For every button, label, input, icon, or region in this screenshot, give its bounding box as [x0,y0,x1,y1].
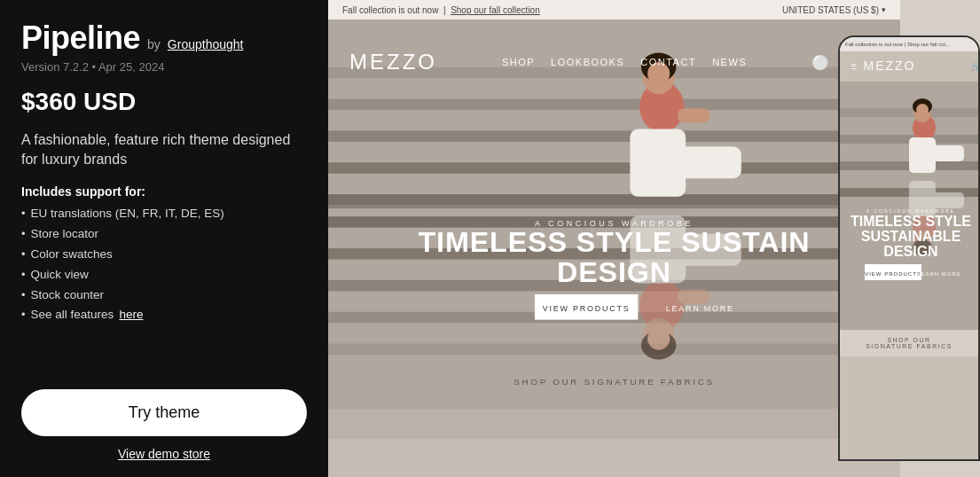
svg-text:TIMELESS STYLE SUSTAIN: TIMELESS STYLE SUSTAIN [419,226,811,258]
svg-rect-11 [328,343,900,355]
svg-rect-6 [328,206,900,209]
version-info: Version 7.2.2 • Apr 25, 2024 [21,60,307,74]
list-item: Stock counter [21,285,307,306]
svg-text:LEARN MORE: LEARN MORE [917,271,961,277]
svg-text:VIEW PRODUCTS: VIEW PRODUCTS [865,271,921,277]
svg-rect-52 [929,192,964,208]
author-link[interactable]: Groupthought [168,37,244,51]
see-all-features-item: See all features here [21,305,307,325]
announcement-right: UNITED STATES (US $) ▾ [782,5,886,15]
see-all-text: See all features [31,305,114,325]
theme-title: Pipeline [21,20,140,57]
mobile-announcement-text: Fall collection is out now | Shop our fa… [845,42,952,47]
svg-rect-25 [678,290,710,304]
see-all-link[interactable]: here [119,305,143,325]
hero-area: MEZZO SHOP LOOKBOOKS CONTACT NEWS ⚪ ⚲ ⛆ [328,20,900,477]
svg-point-45 [916,104,929,116]
svg-rect-4 [328,162,900,174]
svg-text:🛒: 🛒 [971,60,978,72]
theme-title-row: Pipeline by Groupthought [21,20,307,57]
svg-point-22 [647,328,670,350]
svg-text:LEARN MORE: LEARN MORE [666,304,734,313]
svg-text:MEZZO: MEZZO [864,59,916,73]
list-item: Color swatches [21,245,307,265]
svg-rect-17 [670,146,741,178]
svg-rect-5 [328,194,900,206]
mobile-hero-svg: A CONCIOUS WARDROBE TIMELESS STYLE SUSTA… [840,82,978,330]
features-heading: Includes support for: [21,184,307,199]
svg-text:DESIGN: DESIGN [557,256,671,288]
svg-text:TIMELESS STYLE: TIMELESS STYLE [851,214,971,229]
svg-text:VIEW PRODUCTS: VIEW PRODUCTS [543,304,631,313]
svg-rect-47 [929,145,964,161]
mobile-bottom-text: SHOP OUR [847,337,971,343]
price: $360 USD [21,88,307,116]
mobile-nav-svg: ☰ MEZZO 🛒 [840,51,978,78]
try-theme-button[interactable]: Try theme [21,389,307,436]
announcement-left: Fall collection is out now | Shop our fa… [342,5,540,15]
nav-link-contact[interactable]: CONTACT [640,57,696,67]
features-section: Includes support for: EU translations (E… [21,184,307,326]
tagline: A fashionable, feature rich theme design… [21,130,307,170]
svg-text:SUSTAINABLE: SUSTAINABLE [861,229,961,244]
nav-link-lookbooks[interactable]: LOOKBOOKS [551,57,624,67]
nav-link-news[interactable]: NEWS [712,57,747,67]
svg-text:☰: ☰ [851,63,857,71]
mobile-inner: Fall collection is out now | Shop our fa… [840,37,978,459]
list-item: Quick view [21,265,307,285]
svg-rect-2 [328,99,900,111]
mobile-announcement-bar: Fall collection is out now | Shop our fa… [840,37,978,51]
mobile-bottom-section: SHOP OUR SIGNATURE FABRICS [840,330,978,356]
list-item: Store locator [21,224,307,245]
view-demo-link[interactable]: View demo store [21,447,307,461]
account-icon[interactable]: ⚪ [811,54,829,71]
mobile-hero: A CONCIOUS WARDROBE TIMELESS STYLE SUSTA… [840,82,978,330]
right-panel: Fall collection is out now | Shop our fa… [328,0,980,477]
announcement-bar: Fall collection is out now | Shop our fa… [328,0,900,20]
features-list: EU translations (EN, FR, IT, DE, ES) Sto… [21,204,307,326]
nav-link-shop[interactable]: SHOP [502,57,535,67]
by-label: by [147,37,161,51]
nav-links: SHOP LOOKBOOKS CONTACT NEWS [502,57,747,67]
svg-rect-3 [328,130,900,142]
nav-logo: MEZZO [349,50,437,74]
mobile-bottom-text-2: SIGNATURE FABRICS [847,343,971,349]
svg-rect-38 [840,108,978,117]
desktop-mockup: Fall collection is out now | Shop our fa… [328,0,900,477]
list-item: EU translations (EN, FR, IT, DE, ES) [21,204,307,224]
svg-text:DESIGN: DESIGN [883,244,937,259]
left-panel: Pipeline by Groupthought Version 7.2.2 •… [0,0,328,477]
svg-text:SHOP OUR SIGNATURE FABRICS: SHOP OUR SIGNATURE FABRICS [514,377,715,387]
desktop-nav: MEZZO SHOP LOOKBOOKS CONTACT NEWS ⚪ ⚲ ⛆ [328,41,900,83]
mobile-mockup: Fall collection is out now | Shop our fa… [838,35,980,461]
svg-rect-18 [678,108,710,122]
